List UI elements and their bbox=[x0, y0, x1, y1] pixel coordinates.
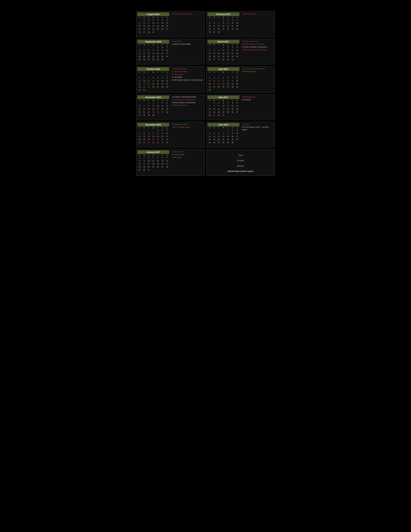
day-empty bbox=[217, 46, 221, 49]
day-cell: 18 bbox=[137, 55, 142, 58]
day-cell: 31 bbox=[147, 169, 151, 171]
day-cell: 10 bbox=[165, 132, 169, 135]
cal-grid-aug2016: SMTWTFS123456789101112131415161718192021… bbox=[137, 17, 169, 34]
day-cell: 2 bbox=[230, 129, 235, 132]
month-box-dec2016: December 2016SMTWTFS12345678910111213141… bbox=[136, 122, 205, 148]
day-cell: 12 bbox=[156, 160, 160, 162]
day-cell: 22 bbox=[235, 83, 239, 86]
day-cell: 1 bbox=[226, 129, 230, 132]
day-cell: 28 bbox=[151, 58, 155, 61]
day-cell: 1 bbox=[137, 156, 142, 159]
day-cell: 26 bbox=[160, 28, 165, 31]
day-cell: 18 bbox=[235, 25, 239, 28]
day-cell: 2 bbox=[147, 19, 151, 21]
day-cell: 5 bbox=[160, 19, 165, 21]
day-empty bbox=[207, 19, 212, 21]
day-cell: 15 bbox=[212, 108, 216, 111]
cal-events-aug2016: 29 First Day of Preschool bbox=[170, 11, 205, 37]
day-header: S bbox=[207, 99, 212, 101]
day-header: M bbox=[212, 71, 216, 73]
day-cell: 11 bbox=[217, 79, 221, 82]
day-empty bbox=[217, 19, 221, 21]
day-cell: 8 bbox=[147, 105, 151, 107]
day-cell: 26 bbox=[212, 141, 216, 144]
day-empty bbox=[221, 73, 225, 76]
day-cell: 30 bbox=[230, 141, 235, 144]
day-cell: 15 bbox=[235, 79, 239, 82]
day-cell: 19 bbox=[207, 55, 212, 58]
day-cell: 1 bbox=[221, 46, 225, 49]
day-header: T bbox=[156, 99, 160, 101]
cal-events-may2017: 29 Memorial Day31 Shavuot bbox=[240, 95, 275, 120]
day-cell: 28 bbox=[137, 31, 142, 34]
day-cell: 30 bbox=[217, 114, 221, 117]
cal-left-nov2016: November 2016SMTWTFS12345678910111213141… bbox=[136, 95, 170, 120]
month-header-sep2016: September 2016 bbox=[137, 40, 169, 44]
day-cell: 27 bbox=[160, 166, 165, 169]
day-empty bbox=[142, 102, 146, 104]
day-cell: 4 bbox=[156, 19, 160, 21]
month-header-aug2016: August 2016 bbox=[137, 12, 169, 16]
day-cell: 3 bbox=[147, 156, 151, 159]
day-header: S bbox=[165, 154, 169, 156]
day-cell: 4 bbox=[160, 102, 165, 104]
day-cell: 31 bbox=[151, 31, 155, 34]
day-cell: 18 bbox=[151, 162, 155, 165]
day-cell: 7 bbox=[217, 22, 221, 25]
day-header: T bbox=[226, 99, 230, 101]
day-empty bbox=[217, 129, 221, 132]
day-cell: 14 bbox=[230, 79, 235, 82]
day-cell: 12 bbox=[207, 25, 212, 28]
day-cell: 20 bbox=[235, 108, 239, 111]
day-cell: 10 bbox=[156, 105, 160, 107]
day-cell: 10 bbox=[221, 105, 225, 107]
day-header: S bbox=[235, 17, 239, 18]
day-cell: 3 bbox=[156, 102, 160, 104]
day-cell: 31 bbox=[142, 89, 146, 92]
event-line: 19 First day back bbox=[242, 70, 273, 73]
month-box-mar2017: March 2017SMTWTFS12345678910111213141516… bbox=[206, 39, 275, 65]
cal-events-sep2016: 7 Labor Day12 Back to School Night bbox=[170, 39, 205, 64]
day-cell: 8 bbox=[221, 49, 225, 52]
event-line: 6 Teacher In-service bbox=[242, 40, 273, 43]
event-line: 8 Pre-K Seeyum 10:45 ~ Last day parties bbox=[242, 126, 273, 131]
day-cell: 28 bbox=[217, 58, 221, 61]
day-header: S bbox=[137, 44, 142, 46]
day-cell: 28 bbox=[142, 114, 146, 117]
day-header: F bbox=[160, 71, 165, 73]
day-cell: 3 bbox=[230, 46, 235, 49]
day-empty bbox=[156, 73, 160, 76]
day-empty bbox=[207, 73, 212, 76]
cal-grid-nov2016: SMTWTFS123456789101112131415161718192021… bbox=[137, 99, 169, 117]
day-cell: 10 bbox=[212, 79, 216, 82]
day-cell: 15 bbox=[137, 162, 142, 165]
day-cell: 5 bbox=[165, 102, 169, 104]
day-cell: 7 bbox=[221, 132, 225, 135]
day-empty bbox=[207, 102, 212, 104]
day-cell: 7 bbox=[207, 105, 212, 107]
day-cell: 27 bbox=[212, 31, 216, 34]
day-cell: 7 bbox=[151, 49, 155, 52]
day-cell: 19 bbox=[230, 108, 235, 111]
day-cell: 29 bbox=[147, 114, 151, 117]
day-cell: 20 bbox=[212, 28, 216, 31]
cal-events-jan2017: 2 Winter break3 First day back16 MLK Day bbox=[170, 149, 205, 176]
day-cell: 20 bbox=[156, 83, 160, 86]
day-cell: 6 bbox=[165, 19, 169, 21]
day-header: T bbox=[147, 71, 151, 73]
day-header: T bbox=[147, 44, 151, 46]
day-cell: 21 bbox=[221, 138, 225, 141]
day-header: T bbox=[147, 154, 151, 156]
day-cell: 26 bbox=[207, 31, 212, 34]
day-cell: 16 bbox=[230, 135, 235, 138]
day-empty bbox=[226, 73, 230, 76]
day-cell: 12 bbox=[207, 52, 212, 55]
day-cell: 25 bbox=[156, 28, 160, 31]
day-header: W bbox=[151, 44, 155, 46]
day-cell: 9 bbox=[142, 160, 146, 162]
day-cell: 24 bbox=[230, 55, 235, 58]
legend-red: Red bbox=[238, 154, 243, 157]
day-cell: 12 bbox=[151, 79, 155, 82]
day-cell: 2 bbox=[207, 76, 212, 79]
day-cell: 29 bbox=[137, 169, 142, 171]
